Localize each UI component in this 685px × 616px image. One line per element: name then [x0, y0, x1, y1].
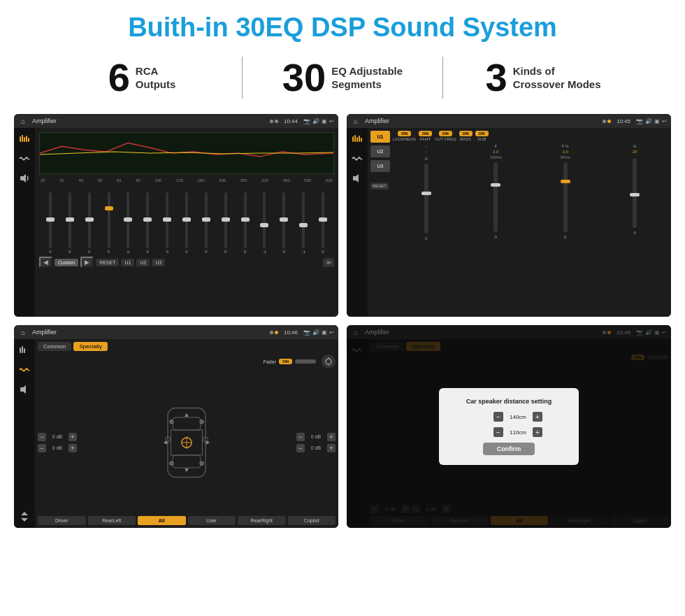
- amp-phat-toggle[interactable]: ON PHAT: [419, 131, 432, 141]
- fader-toggle[interactable]: ON: [279, 359, 292, 364]
- amp-sidebar-eq-icon[interactable]: [350, 134, 364, 145]
- car-svg: [155, 401, 218, 485]
- driver-button[interactable]: Driver: [38, 516, 86, 525]
- eq-slider-7[interactable]: 0: [157, 192, 177, 254]
- eq-sidebar: [14, 128, 35, 317]
- fader-camera-icon: 📷: [303, 329, 310, 336]
- eq-custom-button[interactable]: Custom: [55, 259, 78, 266]
- eq-sliders-row: 0 0 0 5 0 0 0 0 0 0 0 -1 0 -1 0: [39, 184, 334, 254]
- amp-reset-button[interactable]: RESET: [370, 182, 389, 189]
- sidebar-wave-icon[interactable]: [17, 153, 31, 164]
- eq-u3-button[interactable]: U3: [152, 259, 165, 266]
- fader-settings-icon[interactable]: [322, 354, 336, 368]
- fader-tab-common[interactable]: Common: [38, 342, 71, 351]
- vol-minus-rr[interactable]: −: [296, 444, 305, 452]
- dialog-horizontal-plus[interactable]: +: [533, 412, 542, 422]
- freq-80: 80: [136, 178, 140, 182]
- amp-presets: U1 U2 U3 RESET: [370, 131, 390, 314]
- vol-minus-rl[interactable]: −: [38, 444, 46, 452]
- freq-40: 40: [78, 178, 83, 182]
- home-icon[interactable]: ⌂: [18, 116, 28, 126]
- freq-125: 125: [176, 178, 183, 182]
- eq-slider-15[interactable]: 0: [313, 192, 333, 254]
- fader-tab-specialty[interactable]: Specialty: [73, 342, 107, 351]
- eq-slider-3[interactable]: 0: [80, 192, 99, 254]
- dialog-vertical-value: 110cm: [505, 429, 531, 436]
- eq-slider-1[interactable]: 0: [41, 192, 60, 254]
- fader-bottom-buttons: Driver RearLeft All User RearRight Copil…: [38, 516, 336, 525]
- eq-slider-11[interactable]: 0: [236, 192, 255, 254]
- home-icon-2[interactable]: ⌂: [351, 116, 361, 126]
- fader-sidebar-wave-icon[interactable]: [17, 364, 31, 375]
- amp-preset-u2[interactable]: U2: [370, 145, 390, 157]
- eq-slider-9[interactable]: 0: [196, 192, 216, 254]
- freq-50: 50: [98, 178, 103, 182]
- eq-slider-2[interactable]: 0: [60, 192, 80, 254]
- eq-slider-6[interactable]: 0: [138, 192, 157, 254]
- amp-cutfreq-label: CUT FREQ: [435, 137, 456, 141]
- dialog-vertical-minus[interactable]: −: [493, 427, 503, 437]
- amp-bass-toggle[interactable]: ON BASS: [459, 131, 473, 141]
- dialog-confirm-button[interactable]: Confirm: [483, 443, 535, 455]
- amp-cutfreq-toggle[interactable]: ON CUT FREQ: [435, 131, 456, 141]
- eq-slider-10[interactable]: 0: [216, 192, 236, 254]
- amp-loudness-pill: ON: [398, 131, 411, 136]
- amp-back-icon[interactable]: ↩: [662, 118, 667, 124]
- sidebar-speaker-icon[interactable]: [17, 173, 31, 184]
- fader-slider[interactable]: [295, 359, 316, 364]
- vol-minus-fl[interactable]: −: [38, 433, 46, 441]
- sidebar-eq-icon[interactable]: [17, 134, 31, 145]
- fader-back-icon[interactable]: ↩: [329, 329, 334, 336]
- eq-slider-8[interactable]: 0: [177, 192, 196, 254]
- svg-rect-11: [356, 137, 358, 142]
- back-icon[interactable]: ↩: [329, 118, 334, 124]
- dialog-vertical-plus[interactable]: +: [533, 427, 542, 437]
- eq-u1-button[interactable]: U1: [121, 259, 134, 266]
- rearright-button[interactable]: RearRight: [238, 516, 286, 525]
- amp-preset-u3[interactable]: U3: [370, 160, 390, 172]
- vol-plus-fl[interactable]: +: [68, 433, 77, 441]
- vol-plus-rr[interactable]: +: [327, 444, 336, 452]
- eq-slider-12[interactable]: -1: [254, 192, 274, 254]
- fader-sidebar-speaker-icon[interactable]: [17, 384, 31, 395]
- amp-loudness-toggle[interactable]: ON LOUDNESS: [393, 131, 416, 141]
- page-title: Buith-in 30EQ DSP Sound System: [0, 0, 685, 50]
- copilot-button[interactable]: Copilot: [288, 516, 336, 525]
- amp-sliders-area: ~ ~ G 0 F 3.0 100Hz: [393, 144, 668, 314]
- amp-sidebar-wave-icon[interactable]: [350, 153, 364, 164]
- rearleft-button[interactable]: RearLeft: [88, 516, 136, 525]
- amp-sub-toggle[interactable]: ON SUB: [475, 131, 489, 141]
- vol-plus-fr[interactable]: +: [327, 433, 336, 441]
- freq-250: 250: [240, 178, 247, 182]
- fader-sidebar-expand-icon[interactable]: [17, 511, 31, 522]
- freq-63: 63: [117, 178, 122, 182]
- user-button[interactable]: User: [188, 516, 236, 525]
- eq-slider-4[interactable]: 5: [99, 192, 119, 254]
- freq-100: 100: [154, 178, 161, 182]
- fader-sidebar-eq-icon[interactable]: [17, 345, 31, 356]
- eq-u2-button[interactable]: U2: [136, 259, 150, 266]
- amp-phat-pill: ON: [419, 131, 432, 136]
- amp-phat-label: PHAT: [420, 137, 431, 141]
- eq-slider-14[interactable]: -1: [294, 192, 313, 254]
- expand-icon[interactable]: ≫: [323, 258, 334, 267]
- vol-plus-rl[interactable]: +: [68, 444, 77, 452]
- all-button[interactable]: All: [138, 516, 186, 525]
- eq-slider-5[interactable]: 0: [118, 192, 138, 254]
- eq-slider-13[interactable]: 0: [274, 192, 294, 254]
- dialog-horizontal-row: − 140cm +: [449, 412, 569, 422]
- eq-next-button[interactable]: ▶: [80, 257, 94, 268]
- eq-reset-button[interactable]: RESET: [96, 259, 119, 266]
- amp-preset-u1[interactable]: U1: [370, 131, 390, 143]
- home-icon-3[interactable]: ⌂: [18, 327, 28, 337]
- amp-sidebar-speaker-icon[interactable]: [350, 173, 364, 184]
- amp-sub-pill: ON: [475, 131, 489, 136]
- eq-prev-button[interactable]: ◀: [39, 257, 52, 268]
- status-dot-1: [270, 120, 273, 123]
- svg-rect-10: [354, 135, 356, 142]
- eq-screen-content: 25 32 40 50 63 80 100 125 160 200 250 32…: [14, 128, 338, 317]
- fader-status-icons: 📷 🔊 ▣ ↩: [303, 329, 334, 336]
- vol-minus-fr[interactable]: −: [296, 433, 305, 441]
- fader-volume-icon: 🔊: [312, 329, 319, 336]
- dialog-horizontal-minus[interactable]: −: [493, 412, 503, 422]
